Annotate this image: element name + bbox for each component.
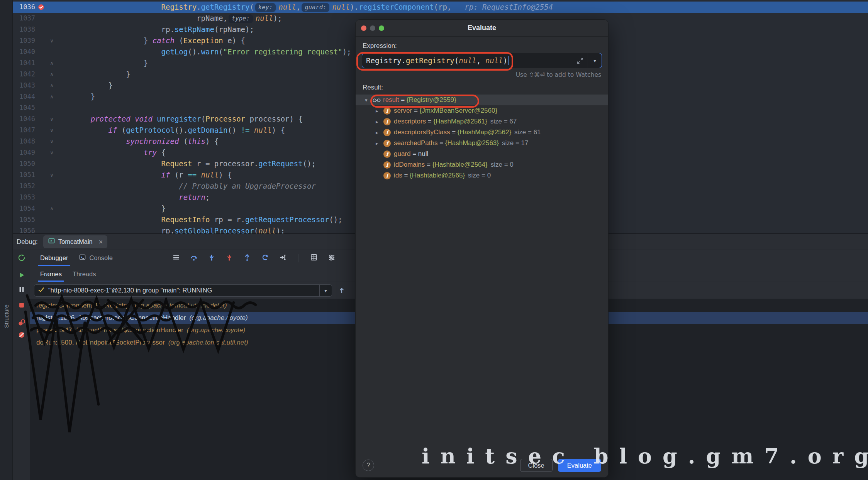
fold-down-icon[interactable]: ∨	[47, 113, 57, 125]
line-number: 1047	[13, 125, 35, 136]
variable-name: searchedPaths	[394, 139, 437, 147]
expression-label: Expression:	[363, 42, 608, 50]
mute-breakpoints-icon[interactable]	[17, 330, 26, 340]
close-window-button[interactable]	[361, 25, 366, 31]
force-step-into-icon[interactable]	[225, 254, 233, 263]
chevron-right-icon[interactable]: ▸	[376, 108, 383, 114]
chevron-right-icon[interactable]: ▸	[376, 130, 383, 135]
chevron-right-icon[interactable]: ▸	[376, 119, 383, 125]
session-tab-label: TomcatMain	[58, 238, 93, 245]
run-to-cursor-icon[interactable]	[279, 254, 287, 263]
frame-location: doRun:1500, NioEndpoint$SocketProcessor	[36, 339, 165, 346]
collection-size: size = 17	[502, 139, 529, 147]
thread-running-check-icon	[37, 286, 45, 295]
hamburger-menu-icon[interactable]	[172, 254, 180, 263]
fold-down-icon[interactable]: ∨	[47, 125, 57, 136]
fold-up-icon[interactable]: ∧	[47, 91, 57, 102]
view-as-table-icon[interactable]	[310, 254, 318, 263]
evaluate-dialog: Evaluate Expression: Registry.getRegistr…	[355, 19, 609, 478]
step-over-icon[interactable]	[190, 254, 198, 263]
reset-frame-icon[interactable]	[261, 254, 269, 263]
step-into-icon[interactable]	[208, 254, 215, 263]
thread-dropdown[interactable]: "http-nio-8080-exec-1"@2,130 in group "m…	[34, 284, 332, 297]
tab-threads[interactable]: Threads	[67, 266, 102, 282]
tab-tomcatmain[interactable]: TomcatMain ×	[43, 235, 107, 248]
dialog-titlebar: Evaluate	[356, 20, 608, 37]
line-number: 1050	[13, 158, 35, 169]
line-number: 1038	[13, 24, 35, 35]
run-configuration-icon	[48, 237, 55, 246]
inline-debugger-value: rp: RequestInfo@2554	[465, 3, 553, 11]
frame-location: register:1036, AbstractProtocol$Connecti…	[36, 314, 186, 321]
up-the-stack-icon[interactable]	[336, 285, 348, 296]
variable-row-descriptorsByClass[interactable]: ▸fdescriptorsByClass = {HashMap@2562}siz…	[356, 127, 608, 138]
variable-row-searchedPaths[interactable]: ▸fsearchedPaths = {HashMap@2563}size = 1…	[356, 138, 608, 149]
frame-package: (org.apache.tomcat.util.net)	[168, 339, 248, 346]
tab-console-label: Console	[89, 254, 113, 262]
collection-size: size = 61	[514, 128, 541, 136]
fold-up-icon[interactable]: ∧	[47, 80, 57, 91]
variable-value: {HashMap@2562}	[458, 128, 511, 136]
minimize-window-button[interactable]	[370, 25, 375, 31]
tab-threads-label: Threads	[73, 270, 96, 278]
chevron-right-icon[interactable]: ▸	[376, 140, 383, 146]
result-tree[interactable]: ▾result = {Registry@2559}▸fserver = {Jmx…	[356, 95, 608, 181]
resume-icon[interactable]	[17, 270, 26, 280]
expression-input[interactable]: Registry.getRegistry(null, null) ▾	[362, 53, 602, 68]
parameter-hint-chip: guard:	[302, 3, 329, 12]
debug-panel-label: Debug:	[17, 238, 38, 246]
fold-down-icon[interactable]: ∨	[47, 147, 57, 158]
tab-frames-label: Frames	[40, 270, 62, 278]
variable-row-guard[interactable]: fguard = null	[356, 149, 608, 159]
help-button[interactable]: ?	[363, 460, 374, 471]
stop-icon[interactable]	[17, 301, 26, 310]
zoom-window-button[interactable]	[379, 25, 384, 31]
fold-up-icon[interactable]: ∧	[47, 57, 57, 69]
tab-console[interactable]: Console	[73, 250, 118, 266]
variable-value: {JmxMBeanServer@2560}	[420, 107, 498, 115]
step-toolbar	[172, 254, 336, 263]
step-out-icon[interactable]	[243, 254, 251, 263]
line-number: 1053	[13, 192, 35, 203]
fold-down-icon[interactable]: ∨	[47, 169, 57, 181]
structure-toolwindow-button[interactable]: Structure	[0, 284, 13, 349]
line-number: 1043	[13, 80, 35, 91]
line-number: 1046	[13, 113, 35, 125]
variable-row-ids[interactable]: fids = {Hashtable@2565}size = 0	[356, 170, 608, 181]
fold-down-icon[interactable]: ∨	[47, 35, 57, 46]
fold-up-icon[interactable]: ∧	[47, 69, 57, 80]
variable-row-descriptors[interactable]: ▸fdescriptors = {HashMap@2561}size = 67	[356, 116, 608, 127]
variable-row-result[interactable]: ▾result = {Registry@2559}	[356, 95, 608, 105]
pause-icon[interactable]	[17, 285, 26, 294]
tab-debugger[interactable]: Debugger	[35, 250, 73, 266]
view-breakpoints-icon[interactable]	[17, 318, 26, 327]
chevron-down-icon[interactable]: ▾	[319, 285, 332, 296]
close-button[interactable]: Close	[520, 459, 553, 472]
close-tab-icon[interactable]: ×	[99, 238, 103, 245]
variable-row-idDomains[interactable]: fidDomains = {Hashtable@2564}size = 0	[356, 159, 608, 170]
variable-row-server[interactable]: ▸fserver = {JmxMBeanServer@2560}	[356, 105, 608, 116]
evaluate-button[interactable]: Evaluate	[558, 459, 601, 472]
left-toolwindow-stripe: Structure	[0, 0, 13, 480]
tab-frames[interactable]: Frames	[35, 266, 67, 282]
line-number: 1056	[13, 225, 35, 233]
layout-settings-icon[interactable]	[328, 254, 336, 263]
breakpoint-hit-icon[interactable]	[35, 2, 47, 13]
line-number: 1048	[13, 136, 35, 147]
collection-size: size = 67	[490, 118, 517, 125]
collection-size: size = 0	[468, 172, 491, 179]
expand-editor-icon[interactable]	[576, 57, 584, 66]
field-icon: f	[383, 172, 394, 179]
fold-up-icon[interactable]: ∧	[47, 203, 57, 214]
fold-down-icon[interactable]: ∨	[47, 136, 57, 147]
variable-value: null	[418, 150, 428, 158]
toolbar-separator	[298, 254, 298, 262]
expression-history-dropdown-icon[interactable]: ▾	[588, 53, 602, 68]
variable-name: ids	[394, 172, 402, 179]
rerun-icon[interactable]	[17, 253, 26, 262]
chevron-down-icon[interactable]: ▾	[365, 97, 373, 103]
variable-value: {HashMap@2563}	[445, 139, 499, 147]
parameter-hint-chip: type:	[229, 14, 253, 23]
line-number: 1044	[13, 91, 35, 102]
code-line: 1036Registry.getRegistry(key:null,guard:…	[13, 2, 868, 13]
